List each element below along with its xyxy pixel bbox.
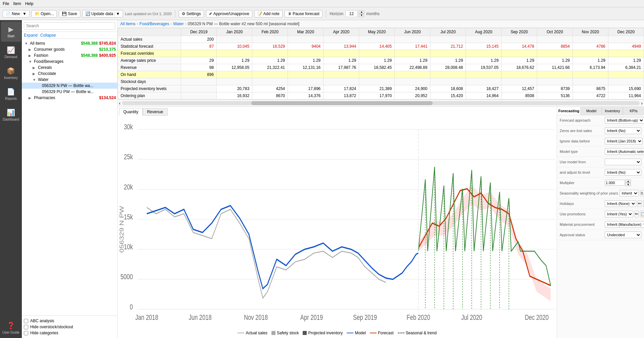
cell[interactable]: 14,376: [288, 92, 324, 99]
cell[interactable]: 17,824: [324, 85, 359, 92]
scroll-thumb[interactable]: [251, 101, 433, 105]
cell[interactable]: [502, 78, 537, 85]
cell[interactable]: 14,478: [502, 43, 537, 50]
cell[interactable]: 4786: [573, 43, 608, 50]
cell[interactable]: 1.29: [395, 57, 430, 64]
cell[interactable]: 28,008.48: [430, 64, 466, 71]
cell[interactable]: 1.29: [430, 57, 466, 64]
collapse-link[interactable]: Collapse: [40, 33, 56, 38]
cell[interactable]: [537, 71, 573, 78]
spin-up[interactable]: ▲: [626, 179, 631, 183]
expand-link[interactable]: Expand: [24, 33, 38, 38]
cell[interactable]: [288, 71, 324, 78]
cell[interactable]: 18,608: [430, 85, 466, 92]
cell[interactable]: 13,944: [324, 43, 359, 50]
settings-icon-button[interactable]: ✏: [635, 211, 639, 217]
tab-revenue[interactable]: Revenue: [143, 108, 168, 116]
tree-item-foodbev[interactable]: ▼ Food/Beverages: [22, 58, 117, 65]
tree-item-all[interactable]: ▼ All items $548,388 $745,824: [22, 40, 117, 46]
cell[interactable]: [608, 36, 644, 43]
cell[interactable]: 13,872: [324, 92, 359, 99]
cell[interactable]: 4254: [252, 85, 288, 92]
overstock-item[interactable]: Hide overstock/stockout: [24, 324, 115, 330]
cell[interactable]: [430, 78, 466, 85]
tree-item-water[interactable]: ▼ Water: [22, 77, 117, 83]
cell[interactable]: [288, 78, 324, 85]
cell[interactable]: 20,783: [217, 85, 252, 92]
cell[interactable]: [181, 78, 217, 85]
cell[interactable]: [573, 71, 608, 78]
settings-select[interactable]: [605, 159, 641, 165]
cell[interactable]: 22,498.89: [395, 64, 430, 71]
settings-tab-forecasting[interactable]: Forecasting: [557, 107, 581, 115]
cell[interactable]: 11,964: [608, 92, 644, 99]
cell[interactable]: [502, 50, 537, 57]
settings-icon-button2[interactable]: 📋: [640, 211, 644, 217]
cell[interactable]: 15,145: [466, 43, 502, 50]
abc-checkbox[interactable]: [24, 319, 28, 323]
cell[interactable]: [466, 71, 502, 78]
cell[interactable]: [573, 78, 608, 85]
cell[interactable]: [502, 36, 537, 43]
cell[interactable]: 8675: [573, 85, 608, 92]
cell[interactable]: 19,537.05: [466, 64, 502, 71]
spin-down[interactable]: ▼: [626, 183, 631, 186]
pause-button[interactable]: ⏸ Pause forecast: [285, 10, 323, 17]
bc-all[interactable]: All items: [120, 22, 135, 26]
cell[interactable]: [359, 78, 395, 85]
settings-select[interactable]: Inherit (No): [605, 169, 641, 176]
update-dropdown-icon[interactable]: ▼: [114, 11, 120, 16]
cell[interactable]: [608, 78, 644, 85]
cell[interactable]: [430, 36, 466, 43]
cell[interactable]: 8854: [537, 43, 573, 50]
cell[interactable]: 17,441: [395, 43, 430, 50]
settings-select[interactable]: Inherit (No): [605, 127, 641, 134]
cell[interactable]: [217, 50, 252, 57]
cell[interactable]: 6,173.94: [573, 64, 608, 71]
cell[interactable]: [324, 50, 359, 57]
cell[interactable]: [252, 36, 288, 43]
cell[interactable]: 10,045: [217, 43, 252, 50]
cell[interactable]: 1.29: [537, 57, 573, 64]
tree-item-chocolate[interactable]: ▶ Chocolate: [22, 71, 117, 77]
cell[interactable]: 4722: [573, 92, 608, 99]
tree-item-fashion[interactable]: ▶ Fashion $548,388 $400,925: [22, 52, 117, 58]
settings-tab-model[interactable]: Model: [581, 107, 602, 115]
cell[interactable]: [608, 71, 644, 78]
settings-select[interactable]: Inherit (Manufacture): [605, 221, 644, 228]
cell[interactable]: [359, 50, 395, 57]
cell[interactable]: 1.29: [359, 57, 395, 64]
cell[interactable]: 21,712: [430, 43, 466, 50]
settings-select[interactable]: Inherit (Automatic selection): [605, 148, 644, 155]
add-note-button[interactable]: 📝 Add note: [254, 10, 283, 17]
cell[interactable]: 29: [181, 57, 217, 64]
new-dropdown-icon[interactable]: ▼: [21, 11, 27, 16]
cell[interactable]: [395, 71, 430, 78]
seasonality-input[interactable]: [640, 190, 644, 196]
update-button[interactable]: 🔄 Update data ▼: [82, 10, 123, 17]
tree-item-water2[interactable]: 056329 PU PW — Bottle w...: [22, 89, 117, 95]
sidebar-item-start[interactable]: ▶ Start: [1, 22, 21, 42]
cell[interactable]: 12,131.16: [288, 64, 324, 71]
sidebar-item-inventory[interactable]: 📦 Inventory: [1, 63, 21, 83]
cell[interactable]: [324, 78, 359, 85]
cell[interactable]: 15,690: [608, 85, 644, 92]
scroll-left[interactable]: ‹: [119, 100, 121, 106]
settings-icon-button[interactable]: ✏: [638, 200, 642, 207]
bc-foodbev[interactable]: Food/Beverages: [139, 22, 169, 26]
overstock-checkbox[interactable]: [24, 325, 28, 329]
sidebar-item-demand[interactable]: 📈 Demand: [1, 42, 21, 62]
cell[interactable]: 8739: [537, 85, 573, 92]
tree-item-cereals[interactable]: ▶ Cereals: [22, 65, 117, 71]
cell[interactable]: 15,420: [430, 92, 466, 99]
cell[interactable]: [466, 50, 502, 57]
cell[interactable]: [252, 71, 288, 78]
cell[interactable]: 896: [181, 71, 217, 78]
settings-select[interactable]: Inherit (Bottom-up): [605, 117, 644, 124]
cell[interactable]: [537, 50, 573, 57]
cell[interactable]: [430, 50, 466, 57]
bc-water[interactable]: Water: [173, 22, 184, 26]
cell[interactable]: [324, 71, 359, 78]
cell[interactable]: 11,421.66: [537, 64, 573, 71]
cell[interactable]: [288, 36, 324, 43]
